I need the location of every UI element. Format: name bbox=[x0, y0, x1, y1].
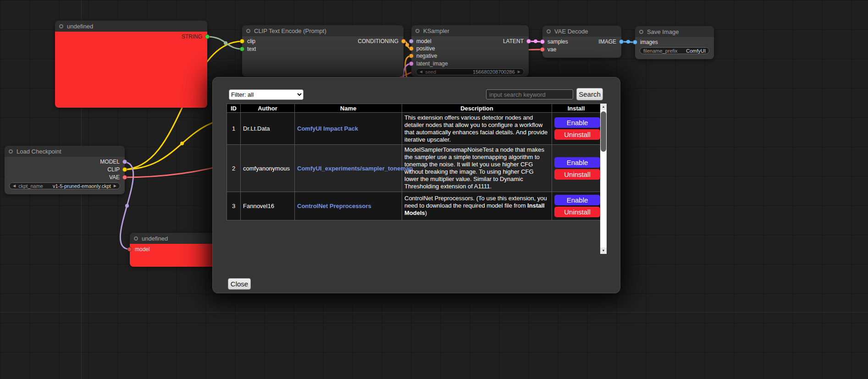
vae-output-dot[interactable] bbox=[122, 175, 127, 180]
node-title-bar[interactable]: Load Checkpoint bbox=[5, 146, 125, 157]
input-slot-text[interactable]: text bbox=[240, 46, 256, 52]
node-title: Load Checkpoint bbox=[17, 148, 61, 155]
enable-button[interactable]: Enable bbox=[554, 117, 600, 128]
input-slot-vae[interactable]: vae bbox=[540, 46, 556, 53]
cell-id: 2 bbox=[227, 145, 241, 192]
close-button[interactable]: Close bbox=[228, 278, 251, 290]
search-input[interactable] bbox=[486, 89, 573, 99]
description-text: ControlNet Preprocessors. (To use this e… bbox=[404, 195, 547, 209]
header-install: Install bbox=[552, 104, 601, 113]
input-slot-positive[interactable]: positive bbox=[409, 45, 435, 52]
node-undefined-top[interactable]: undefined STRING bbox=[55, 21, 207, 108]
input-slot-clip[interactable]: clip bbox=[240, 38, 255, 44]
ckpt-name-widget[interactable]: ◀ ckpt_name v1-5-pruned-emaonly.ckpt ▶ bbox=[9, 182, 120, 189]
cell-author: comfyanonymous bbox=[241, 145, 295, 192]
node-title-bar[interactable]: CLIP Text Encode (Prompt) bbox=[242, 25, 404, 36]
collapse-icon[interactable] bbox=[547, 29, 551, 33]
node-graph-canvas[interactable]: undefined STRING CLIP Text Encode (Promp… bbox=[0, 0, 868, 379]
filename-prefix-widget[interactable]: filename_prefix ComfyUI bbox=[640, 47, 709, 54]
node-vae-decode[interactable]: VAE Decode samples vae IMAGE bbox=[542, 26, 621, 58]
table-row: 3 Fannovel16 ControlNet Preprocessors Co… bbox=[227, 192, 601, 220]
model-output-dot[interactable] bbox=[122, 159, 127, 164]
slot-label: IMAGE bbox=[598, 38, 616, 45]
input-slot-samples[interactable]: samples bbox=[540, 38, 568, 45]
output-slot-string[interactable]: STRING bbox=[182, 33, 210, 40]
collapse-icon[interactable] bbox=[134, 236, 138, 241]
input-slot-negative[interactable]: negative bbox=[409, 53, 437, 59]
cell-install: Enable Uninstall bbox=[552, 113, 601, 145]
cell-description: ControlNet Preprocessors. (To use this e… bbox=[402, 192, 552, 220]
slot-label: text bbox=[247, 46, 256, 52]
model-slot-dot[interactable] bbox=[409, 39, 414, 44]
node-title-bar[interactable]: VAE Decode bbox=[542, 26, 621, 37]
latent-output-dot[interactable] bbox=[526, 39, 531, 44]
slot-label: clip bbox=[247, 38, 255, 44]
node-ksampler[interactable]: KSampler model positive negative latent_… bbox=[411, 25, 529, 77]
cell-description: This extension offers various detector n… bbox=[402, 113, 552, 145]
scroll-up-icon[interactable]: ▲ bbox=[600, 104, 607, 110]
uninstall-button[interactable]: Uninstall bbox=[554, 129, 600, 140]
model-slot-dot[interactable] bbox=[127, 247, 132, 252]
input-slot-model[interactable]: model bbox=[409, 38, 431, 44]
filter-dropdown[interactable]: Filter: all bbox=[229, 89, 304, 100]
scroll-down-icon[interactable]: ▼ bbox=[600, 247, 607, 254]
node-title-bar[interactable]: undefined bbox=[55, 21, 207, 32]
text-slot-dot[interactable] bbox=[240, 47, 244, 51]
slot-label: model bbox=[416, 38, 431, 44]
seed-widget[interactable]: ◀ seed 156680208700286 ▶ bbox=[416, 68, 524, 75]
enable-button[interactable]: Enable bbox=[554, 195, 600, 205]
collapse-icon[interactable] bbox=[9, 149, 13, 154]
node-title-bar[interactable]: KSampler bbox=[411, 25, 529, 36]
conditioning-slot-dot[interactable] bbox=[401, 39, 406, 44]
clip-output-dot[interactable] bbox=[122, 167, 127, 172]
image-slot-dot[interactable] bbox=[619, 39, 624, 44]
uninstall-button[interactable]: Uninstall bbox=[554, 207, 600, 217]
extension-link[interactable]: ControlNet Preprocessors bbox=[297, 203, 371, 209]
vae-slot-dot[interactable] bbox=[540, 47, 545, 52]
input-slot-model[interactable]: model bbox=[127, 246, 150, 253]
node-save-image[interactable]: Save Image images filename_prefix ComfyU… bbox=[635, 26, 714, 59]
node-title: undefined bbox=[67, 23, 93, 30]
search-button[interactable]: Search bbox=[576, 88, 603, 100]
table-row: 2 comfyanonymous ComfyUI_experiments/sam… bbox=[227, 145, 601, 192]
next-arrow-icon[interactable]: ▶ bbox=[114, 183, 116, 189]
latent-slot-dot[interactable] bbox=[409, 61, 414, 66]
output-slot-clip[interactable]: CLIP bbox=[107, 166, 127, 173]
string-slot-dot[interactable] bbox=[205, 34, 210, 39]
samples-slot-dot[interactable] bbox=[540, 39, 545, 44]
node-load-checkpoint[interactable]: Load Checkpoint MODEL CLIP VAE ◀ ckpt_na… bbox=[5, 146, 125, 194]
extension-link[interactable]: ComfyUI_experiments/sampler_tonemap bbox=[297, 165, 413, 172]
output-slot-model[interactable]: MODEL bbox=[100, 159, 127, 165]
collapse-icon[interactable] bbox=[59, 24, 63, 28]
slot-label: STRING bbox=[182, 33, 202, 40]
scrollbar[interactable]: ▲ ▼ bbox=[600, 104, 607, 254]
custom-nodes-manager-dialog: Filter: all Search ID Author Name Descri… bbox=[212, 77, 620, 293]
collapse-icon[interactable] bbox=[415, 29, 420, 33]
node-title-bar[interactable]: Save Image bbox=[635, 26, 714, 37]
collapse-icon[interactable] bbox=[639, 30, 643, 34]
scrollbar-thumb[interactable] bbox=[601, 111, 606, 152]
table-header-row: ID Author Name Description Install bbox=[227, 104, 601, 113]
decrement-arrow-icon[interactable]: ◀ bbox=[420, 69, 422, 75]
enable-button[interactable]: Enable bbox=[554, 157, 600, 168]
node-clip-text-encode[interactable]: CLIP Text Encode (Prompt) clip text COND… bbox=[242, 25, 404, 77]
cell-name: ControlNet Preprocessors bbox=[295, 192, 402, 220]
prev-arrow-icon[interactable]: ◀ bbox=[13, 183, 16, 189]
slot-label: MODEL bbox=[100, 159, 120, 165]
uninstall-button[interactable]: Uninstall bbox=[554, 169, 600, 180]
output-slot-latent[interactable]: LATENT bbox=[503, 38, 531, 44]
negative-slot-dot[interactable] bbox=[409, 54, 414, 58]
slot-label: LATENT bbox=[503, 38, 524, 44]
output-slot-conditioning[interactable]: CONDITIONING bbox=[358, 38, 406, 44]
output-slot-vae[interactable]: VAE bbox=[109, 174, 127, 181]
clip-slot-dot[interactable] bbox=[240, 39, 244, 44]
collapse-icon[interactable] bbox=[246, 29, 250, 33]
description-text: This extension offers various detector n… bbox=[404, 114, 547, 143]
extension-link[interactable]: ComfyUI Impact Pack bbox=[297, 125, 358, 132]
images-slot-dot[interactable] bbox=[633, 40, 637, 44]
output-slot-image[interactable]: IMAGE bbox=[598, 38, 624, 45]
positive-slot-dot[interactable] bbox=[409, 46, 414, 51]
input-slot-images[interactable]: images bbox=[633, 39, 658, 45]
input-slot-latent-image[interactable]: latent_image bbox=[409, 60, 448, 67]
increment-arrow-icon[interactable]: ▶ bbox=[518, 69, 520, 75]
